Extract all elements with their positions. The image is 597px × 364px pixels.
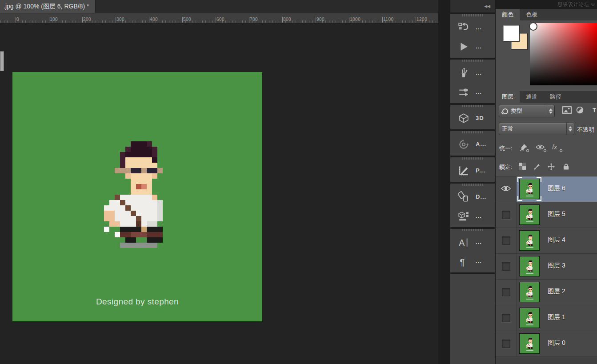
panel-button-graph-pencil[interactable]: P... <box>450 161 495 180</box>
thumbnail-credit-line <box>526 247 533 248</box>
tab-swatches[interactable]: 色板 <box>520 9 544 20</box>
filter-image-icon[interactable] <box>562 106 572 116</box>
section-grip-icon[interactable] <box>462 229 483 231</box>
panel-button-device-preview[interactable]: D... <box>450 187 495 206</box>
panel-button-label: ... <box>476 258 482 264</box>
tab-channels[interactable]: 通道 <box>520 91 544 103</box>
section-grip-icon[interactable] <box>462 131 483 133</box>
panel-bottom-filler <box>496 357 597 364</box>
tab-color[interactable]: 颜色 <box>496 9 520 20</box>
layer-visibility-toggle[interactable] <box>496 331 517 356</box>
visibility-checkbox <box>502 340 510 348</box>
panel-button-actions-play[interactable]: ... <box>450 37 495 56</box>
layer-row[interactable]: 图层 0 <box>496 331 597 357</box>
layer-row[interactable]: 图层 5 <box>496 202 597 228</box>
layer-name: 图层 2 <box>548 288 565 296</box>
graph-pencil-icon <box>458 165 471 176</box>
collapse-arrows-icon: ◀◀ <box>484 4 490 8</box>
panel-button-3d-material[interactable]: ... <box>450 206 495 225</box>
layer-thumbnail[interactable] <box>519 333 540 354</box>
collapse-panels-button[interactable]: ◀◀ <box>450 0 495 12</box>
layers-panel-tabbar: 图层 通道 路径 <box>496 91 597 103</box>
layer-row[interactable]: 图层 6 <box>496 176 597 202</box>
layer-row[interactable]: 图层 1 <box>496 305 597 331</box>
layer-row[interactable]: 图层 4 <box>496 228 597 254</box>
section-grip-icon[interactable] <box>462 157 483 160</box>
panel-button-paragraph[interactable]: ¶... <box>450 252 495 271</box>
section-grip-icon[interactable] <box>462 184 483 186</box>
panel-button-label: 3D <box>476 115 484 121</box>
panel-button-history[interactable]: ... <box>450 18 495 37</box>
panel-dock-section: D...... <box>450 184 495 227</box>
3d-cube-icon <box>458 112 471 124</box>
panel-button-brush-settings[interactable]: ... <box>450 82 495 101</box>
color-gradient-field[interactable] <box>530 23 597 85</box>
panel-button-label: ... <box>476 69 482 76</box>
layer-thumbnail[interactable] <box>519 308 540 328</box>
image-canvas[interactable]: Designed by stephen <box>12 72 262 321</box>
panel-dock-section: ...... <box>450 60 495 103</box>
layer-visibility-toggle[interactable] <box>496 254 517 279</box>
ruler-label: 1100 <box>383 17 394 22</box>
panel-button-3d-cube[interactable]: 3D <box>450 108 495 128</box>
foreground-color-swatch[interactable] <box>503 25 519 41</box>
unify-position-pin-icon[interactable] <box>518 143 531 153</box>
svg-text:¶: ¶ <box>460 256 465 267</box>
panel-dock: 思缘设计论坛 w 颜色 色板 图层 通道 路径 类型 <box>496 0 597 364</box>
lock-transparency-icon[interactable] <box>519 163 528 171</box>
tab-paths[interactable]: 路径 <box>544 91 568 103</box>
blend-mode-dropdown[interactable]: 正常 <box>499 123 574 135</box>
layer-thumbnail[interactable] <box>519 256 540 276</box>
layer-thumbnail[interactable] <box>519 230 540 251</box>
swirl-icon <box>458 139 471 150</box>
selection-bracket-icon <box>537 177 541 182</box>
watermark-text: 思缘设计论坛 w <box>557 1 595 8</box>
blend-mode-row: 正常 不透明 <box>496 120 597 139</box>
unify-visibility-eye-icon[interactable] <box>535 143 548 153</box>
panel-button-brush-presets[interactable]: ... <box>450 63 495 82</box>
thumbnail-credit-line <box>526 221 533 222</box>
layer-name: 图层 0 <box>548 339 565 347</box>
selection-bracket-icon <box>517 177 522 182</box>
paragraph-icon: ¶ <box>458 256 471 267</box>
section-grip-icon[interactable] <box>462 105 483 107</box>
panel-button-character-panel[interactable]: A... <box>450 232 495 252</box>
panel-dock-section: A...¶... <box>450 229 495 272</box>
layer-thumbnail[interactable] <box>519 204 540 225</box>
document-tab[interactable]: .jpg @ 100% (图层 6, RGB/8) * <box>0 0 96 13</box>
history-icon <box>458 22 471 33</box>
unify-row: 统一: fx <box>496 139 597 158</box>
layer-visibility-toggle[interactable] <box>496 202 517 228</box>
layer-row-content: 图层 3 <box>517 254 597 279</box>
layer-visibility-toggle[interactable] <box>496 305 517 331</box>
layer-visibility-toggle[interactable] <box>496 228 517 253</box>
layer-visibility-toggle[interactable] <box>496 176 517 202</box>
thumbnail-credit-line <box>526 324 533 325</box>
layer-thumbnail[interactable] <box>519 282 540 302</box>
unify-label: 统一: <box>499 144 513 152</box>
layer-row[interactable]: 图层 3 <box>496 254 597 280</box>
layer-row[interactable]: 图层 2 <box>496 280 597 305</box>
ruler-label: 800 <box>283 17 291 22</box>
layer-visibility-toggle[interactable] <box>496 280 517 305</box>
unify-effects-fx-icon[interactable]: fx <box>552 143 564 153</box>
lock-position-move-icon[interactable] <box>547 163 556 171</box>
lock-pixels-brush-icon[interactable] <box>533 163 542 171</box>
dock-top-strip: 思缘设计论坛 w <box>496 0 597 9</box>
layer-filter-dropdown[interactable]: 类型 <box>499 105 555 117</box>
filter-type-icon[interactable]: T <box>593 107 596 113</box>
section-grip-icon[interactable] <box>462 14 483 16</box>
panel-button-label: ... <box>476 239 482 245</box>
tab-layers[interactable]: 图层 <box>496 91 520 103</box>
dropdown-stepper-icon <box>547 105 554 117</box>
panel-dock-section: 3D <box>450 105 495 129</box>
panel-button-swirl[interactable]: A... <box>450 135 495 154</box>
lock-all-padlock-icon[interactable] <box>563 163 572 171</box>
horizontal-ruler[interactable]: 0100200300400500600700800900100011001200 <box>0 13 438 24</box>
section-grip-icon[interactable] <box>462 60 483 62</box>
filter-adjustment-icon[interactable] <box>576 106 584 116</box>
ruler-label: 900 <box>317 17 325 22</box>
blend-mode-value: 正常 <box>499 125 566 133</box>
thumbnail-credit-line <box>526 196 533 196</box>
ruler-label: 200 <box>83 17 91 22</box>
